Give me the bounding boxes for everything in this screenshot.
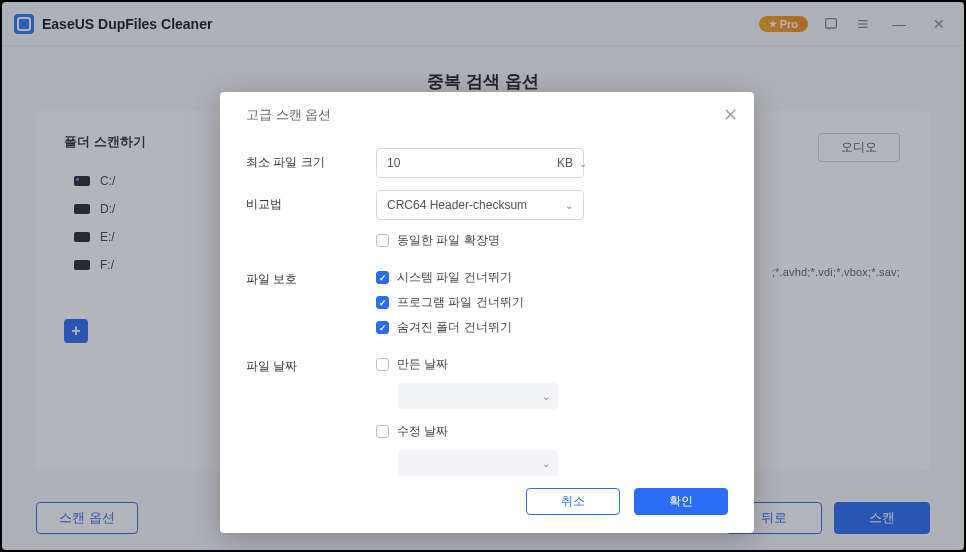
min-size-field: KB⌄ xyxy=(376,148,584,178)
created-date-input[interactable]: ⌄ xyxy=(398,383,558,409)
date-label: 파일 날짜 xyxy=(246,352,376,375)
modified-date-checkbox[interactable] xyxy=(376,425,389,438)
skip-hidden-checkbox[interactable] xyxy=(376,321,389,334)
chevron-down-icon: ⌄ xyxy=(542,458,550,469)
min-size-input[interactable] xyxy=(377,156,547,170)
same-extension-checkbox[interactable] xyxy=(376,234,389,247)
app-window: EaseUS DupFiles Cleaner Pro — ✕ 중복 검색 옵션… xyxy=(2,2,964,550)
modal-close-icon[interactable]: ✕ xyxy=(723,104,738,126)
same-extension-label: 동일한 파일 확장명 xyxy=(397,232,500,249)
size-unit-select[interactable]: KB⌄ xyxy=(547,156,597,170)
skip-program-checkbox[interactable] xyxy=(376,296,389,309)
min-size-label: 최소 파일 크기 xyxy=(246,148,376,171)
compare-label: 비교법 xyxy=(246,190,376,213)
protect-label: 파일 보호 xyxy=(246,265,376,288)
created-date-checkbox[interactable] xyxy=(376,358,389,371)
ok-button[interactable]: 확인 xyxy=(634,488,728,515)
chevron-down-icon: ⌄ xyxy=(565,200,573,211)
skip-system-checkbox[interactable] xyxy=(376,271,389,284)
cancel-button[interactable]: 취소 xyxy=(526,488,620,515)
chevron-down-icon: ⌄ xyxy=(579,158,587,169)
chevron-down-icon: ⌄ xyxy=(542,391,550,402)
modal-title: 고급 스캔 옵션 xyxy=(246,106,728,124)
compare-method-select[interactable]: CRC64 Header-checksum⌄ xyxy=(376,190,584,220)
modified-date-input[interactable]: ⌄ xyxy=(398,450,558,476)
advanced-scan-modal: 고급 스캔 옵션 ✕ 최소 파일 크기 KB⌄ 비교법 CRC64 Header… xyxy=(220,92,754,533)
